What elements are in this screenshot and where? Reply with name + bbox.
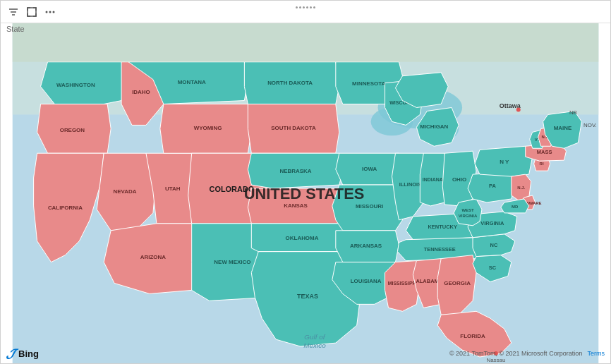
svg-text:WASHINGTON: WASHINGTON: [56, 82, 95, 88]
svg-text:NEVADA: NEVADA: [114, 188, 137, 195]
svg-text:MAINE: MAINE: [554, 125, 572, 131]
svg-text:OHIO: OHIO: [452, 176, 466, 183]
bottom-bar: 𝓙 Bing © 2021 TomTom, © 2021 Microsoft C…: [1, 344, 610, 363]
svg-text:SC: SC: [489, 265, 497, 271]
svg-text:N.J.: N.J.: [517, 186, 525, 190]
svg-text:ARIZONA: ARIZONA: [140, 254, 166, 260]
expand-icon[interactable]: [25, 5, 39, 19]
svg-point-112: [516, 108, 521, 112]
svg-point-4: [46, 11, 48, 13]
svg-text:MICHIGAN: MICHIGAN: [420, 123, 448, 130]
state-label: State: [6, 25, 25, 33]
svg-point-6: [53, 11, 55, 13]
svg-text:ARKANSAS: ARKANSAS: [350, 243, 382, 249]
svg-text:TEXAS: TEXAS: [297, 293, 318, 300]
svg-text:OKLAHOMA: OKLAHOMA: [286, 235, 319, 241]
svg-text:LOUISIANA: LOUISIANA: [351, 278, 382, 284]
svg-text:MINNESOTA: MINNESOTA: [352, 80, 385, 87]
svg-text:MISSISSIPPI: MISSISSIPPI: [388, 281, 418, 286]
terms-link[interactable]: Terms: [588, 350, 605, 357]
more-options-icon[interactable]: [43, 5, 57, 19]
svg-text:NC: NC: [490, 242, 498, 248]
svg-text:Gulf of: Gulf of: [304, 333, 326, 341]
svg-text:FLORIDA: FLORIDA: [460, 333, 485, 339]
copyright-text: © 2021 TomTom, © 2021 Microsoft Corporat…: [449, 350, 605, 357]
toolbar: [1, 1, 610, 23]
svg-text:NEW MEXICO: NEW MEXICO: [214, 259, 250, 265]
svg-rect-3: [28, 8, 36, 16]
svg-text:UTAH: UTAH: [165, 186, 181, 192]
svg-text:NOV.: NOV.: [583, 122, 597, 128]
svg-text:MD: MD: [512, 205, 519, 209]
svg-text:SOUTH DAKOTA: SOUTH DAKOTA: [271, 125, 316, 131]
svg-text:MASS: MASS: [537, 149, 552, 155]
svg-text:VIRGINIA: VIRGINIA: [459, 214, 478, 218]
map-container: State WASHINGTON OREGON CALIFORNIA IDAHO: [0, 0, 611, 364]
svg-text:GEORGIA: GEORGIA: [444, 280, 471, 286]
filter-icon[interactable]: [6, 5, 20, 19]
svg-text:NB: NB: [569, 109, 577, 116]
svg-text:NORTH DAKOTA: NORTH DAKOTA: [267, 80, 313, 86]
svg-text:VIRGINIA: VIRGINIA: [480, 220, 504, 226]
map-area[interactable]: WASHINGTON OREGON CALIFORNIA IDAHO NEVAD…: [1, 23, 610, 363]
svg-text:PA: PA: [489, 183, 496, 189]
svg-rect-108: [13, 23, 599, 62]
svg-text:TENNESSEE: TENNESSEE: [424, 246, 456, 253]
svg-point-5: [49, 11, 52, 13]
svg-text:CALIFORNIA: CALIFORNIA: [48, 205, 83, 211]
svg-text:IOWA: IOWA: [362, 166, 377, 172]
bing-icon: 𝓙: [6, 346, 16, 361]
svg-text:IDAHO: IDAHO: [132, 89, 150, 95]
bing-logo: 𝓙 Bing: [6, 346, 39, 361]
svg-text:WEST: WEST: [461, 208, 474, 212]
bing-label: Bing: [18, 348, 39, 359]
drag-handle[interactable]: [296, 6, 315, 8]
svg-text:MONTANA: MONTANA: [178, 79, 206, 85]
svg-text:ILLINOIS: ILLINOIS: [399, 181, 421, 188]
svg-text:KENTUCKY: KENTUCKY: [428, 224, 456, 230]
svg-text:KANSAS: KANSAS: [284, 202, 308, 209]
svg-text:INDIANA: INDIANA: [423, 177, 443, 182]
svg-text:MISSOURI: MISSOURI: [356, 203, 383, 210]
svg-text:OREGON: OREGON: [60, 127, 85, 133]
svg-text:UNITED STATES: UNITED STATES: [244, 185, 365, 202]
toolbar-actions: [6, 5, 57, 19]
svg-text:WYOMING: WYOMING: [194, 125, 222, 131]
svg-text:NEBRASKA: NEBRASKA: [280, 168, 312, 174]
svg-text:RI: RI: [540, 162, 544, 166]
svg-text:N Y: N Y: [500, 159, 509, 165]
